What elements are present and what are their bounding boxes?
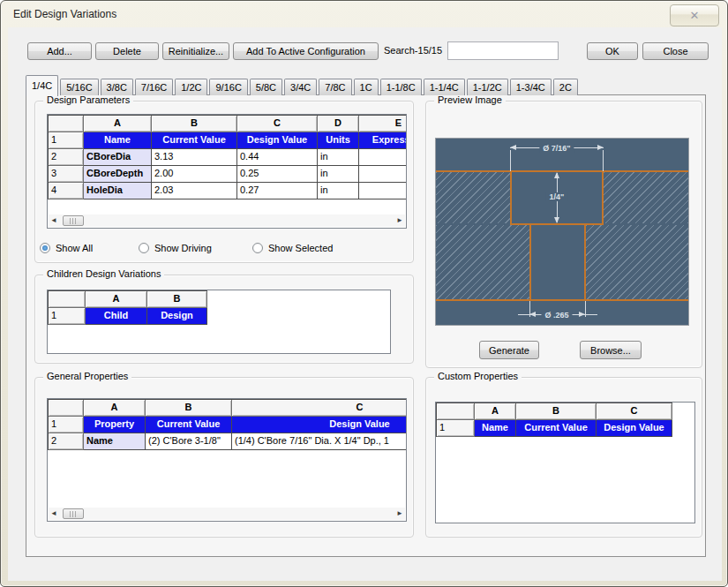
scroll-right-icon[interactable]: ► (394, 214, 405, 227)
header-cell[interactable]: Current Value (152, 132, 237, 149)
radio-icon (139, 243, 149, 253)
tab-1-1-4C[interactable]: 1-1/4C (424, 79, 465, 95)
units-cell[interactable]: in (318, 149, 359, 166)
delete-button[interactable]: Delete (95, 42, 159, 60)
row-number[interactable]: 1 (49, 308, 86, 325)
custom-properties-grid: A B C 1 Name Current Value Design Value (435, 402, 695, 523)
units-cell[interactable]: in (318, 183, 359, 199)
arrowhead-icon (510, 145, 516, 150)
column-header[interactable]: B (147, 291, 207, 308)
close-window-button[interactable]: ✕ (670, 4, 719, 26)
header-cell[interactable]: Property (84, 417, 146, 433)
header-cell[interactable]: Name (84, 132, 152, 149)
tab-1-1-8C[interactable]: 1-1/8C (380, 79, 422, 95)
param-name-cell[interactable]: CBoreDepth (84, 166, 152, 183)
header-cell[interactable]: Design Value (597, 420, 672, 437)
current-value-cell[interactable]: 3.13 (152, 149, 237, 166)
tab-5-8C[interactable]: 5/8C (250, 79, 282, 95)
property-name-cell[interactable]: Name (84, 433, 146, 450)
tab-1C[interactable]: 1C (354, 79, 379, 95)
horizontal-scrollbar[interactable]: ◄ ► (49, 508, 405, 520)
tab-1-1-2C[interactable]: 1-1/2C (467, 79, 508, 95)
row-number[interactable]: 4 (49, 183, 84, 199)
reinitialize-button[interactable]: Reinitialize... (162, 42, 229, 60)
column-header[interactable]: C (237, 116, 318, 132)
tab-9-16C[interactable]: 9/16C (209, 79, 247, 95)
row-number[interactable]: 2 (49, 149, 84, 166)
hole-left-edge (529, 223, 531, 301)
header-cell[interactable]: Design Value (232, 417, 407, 433)
tab-5-16C[interactable]: 5/16C (60, 79, 98, 95)
search-label: Search-15/15 (384, 45, 442, 56)
browse-button[interactable]: Browse... (580, 341, 642, 359)
header-cell[interactable]: Expression (359, 132, 407, 149)
generate-button[interactable]: Generate (479, 341, 539, 359)
tab-3-8C[interactable]: 3/8C (101, 79, 133, 95)
row-number[interactable]: 3 (49, 166, 84, 183)
header-cell[interactable]: Design (147, 308, 207, 325)
header-cell[interactable]: Child (86, 308, 147, 325)
scrollbar-thumb[interactable] (63, 215, 84, 226)
column-header[interactable]: B (152, 116, 237, 132)
header-cell[interactable]: Current Value (146, 417, 232, 433)
show-all-radio[interactable]: Show All (40, 242, 93, 254)
column-header[interactable]: B (146, 400, 232, 417)
column-header[interactable]: A (84, 116, 152, 132)
units-cell[interactable]: in (318, 166, 359, 183)
design-value-cell[interactable]: 0.44 (237, 149, 318, 166)
header-cell[interactable]: Name (475, 420, 516, 437)
horizontal-scrollbar[interactable]: ◄ ► (49, 214, 405, 227)
header-cell[interactable]: Design Value (237, 132, 318, 149)
corner-cell[interactable] (49, 400, 84, 417)
corner-cell[interactable] (437, 403, 475, 420)
corner-cell[interactable] (49, 291, 86, 308)
column-header[interactable]: B (516, 403, 597, 420)
scroll-left-icon[interactable]: ◄ (49, 214, 59, 227)
show-selected-radio[interactable]: Show Selected (252, 242, 333, 254)
search-input[interactable] (447, 41, 559, 60)
add-to-active-configuration-button[interactable]: Add To Active Configuration (233, 42, 379, 60)
children-variations-label: Children Design Variations (43, 268, 164, 279)
scroll-left-icon[interactable]: ◄ (49, 508, 59, 520)
current-value-cell[interactable]: 2.03 (152, 183, 237, 199)
show-driving-radio[interactable]: Show Driving (139, 242, 212, 254)
expression-cell[interactable] (359, 149, 407, 166)
tab-2C[interactable]: 2C (553, 79, 578, 95)
row-number[interactable]: 1 (437, 420, 475, 437)
param-name-cell[interactable]: CBoreDia (84, 149, 152, 166)
expression-cell[interactable] (359, 183, 407, 199)
row-number[interactable]: 2 (49, 433, 84, 450)
tab-7-16C[interactable]: 7/16C (135, 79, 173, 95)
expression-cell[interactable] (359, 166, 407, 183)
row-number[interactable]: 1 (49, 132, 84, 149)
current-value-cell[interactable]: 2.00 (152, 166, 237, 183)
ok-button[interactable]: OK (587, 42, 638, 60)
column-header[interactable]: A (84, 400, 146, 417)
tab-1-2C[interactable]: 1/2C (175, 79, 207, 95)
header-cell[interactable]: Units (318, 132, 359, 149)
design-value-cell[interactable]: 0.25 (237, 166, 318, 183)
tab-1-3-4C[interactable]: 1-3/4C (510, 79, 552, 95)
header-cell[interactable]: Current Value (516, 420, 597, 437)
design-value-cell[interactable]: (1/4) C'Bore 7/16" Dia. X 1/4" Dp., 1 (232, 433, 407, 450)
column-header[interactable]: C (232, 400, 407, 417)
bottom-surface-line (436, 299, 689, 301)
corner-cell[interactable] (49, 116, 84, 132)
column-header[interactable]: C (597, 403, 672, 420)
scroll-right-icon[interactable]: ► (394, 508, 405, 520)
row-number[interactable]: 1 (49, 417, 84, 433)
add-button[interactable]: Add... (27, 42, 92, 60)
design-parameters-grid: A B C D E 1 Name Current Value Design Va… (47, 114, 407, 229)
column-header[interactable]: D (318, 116, 359, 132)
param-name-cell[interactable]: HoleDia (84, 183, 152, 199)
tab-3-4C[interactable]: 3/4C (284, 79, 317, 95)
scrollbar-thumb[interactable] (63, 508, 84, 519)
column-header[interactable]: E (359, 116, 407, 132)
column-header[interactable]: A (475, 403, 516, 420)
close-button[interactable]: Close (642, 42, 709, 60)
tab-7-8C[interactable]: 7/8C (319, 79, 351, 95)
column-header[interactable]: A (86, 291, 147, 308)
design-value-cell[interactable]: 0.27 (237, 183, 318, 199)
tab-1-4C[interactable]: 1/4C (26, 75, 58, 96)
current-value-cell[interactable]: (2) C'Bore 3-1/8" (146, 433, 232, 450)
